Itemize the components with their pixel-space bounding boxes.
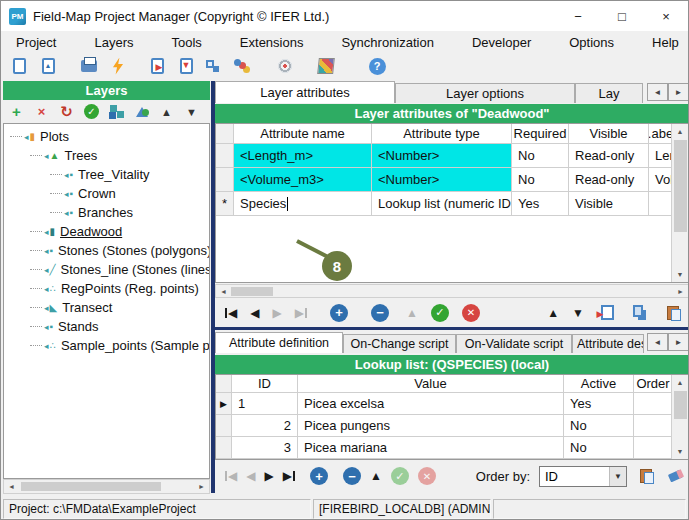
tab-on-validate-script[interactable]: On-Validate script xyxy=(456,334,572,353)
open-project-icon[interactable] xyxy=(38,56,58,76)
reload-layer-icon[interactable]: ↻ xyxy=(57,102,76,121)
print-icon[interactable] xyxy=(79,56,99,76)
first-record-button[interactable] xyxy=(225,306,237,320)
lookup-row-1[interactable]: ▶ 1 Picea excelsa Yes xyxy=(216,393,672,415)
tab-layer-attributes[interactable]: Layer attributes xyxy=(215,81,395,103)
cell-value[interactable]: Picea excelsa xyxy=(298,393,564,414)
tree-item-trees[interactable]: ◂▲Trees xyxy=(4,146,209,165)
chevron-down-icon[interactable]: ▼ xyxy=(609,467,626,486)
tree-item-tree-vitality[interactable]: ◂▪Tree_Vitality xyxy=(4,165,209,184)
tree-item-plots[interactable]: ◂▮Plots xyxy=(4,127,209,146)
previous-record-button[interactable] xyxy=(250,306,259,320)
tree-item-stones[interactable]: ◂▪Stones (Stones (polygons)) xyxy=(4,241,209,260)
paste-attributes-icon[interactable] xyxy=(663,303,683,323)
scroll-left-icon[interactable]: ◄ xyxy=(216,285,231,297)
edit-record-button[interactable] xyxy=(406,306,418,320)
tab-scroll-left-icon[interactable]: ◄ xyxy=(647,83,668,101)
import-project-icon[interactable] xyxy=(176,56,196,76)
cell-type[interactable]: Lookup list (numeric ID) xyxy=(372,192,512,215)
cell-label[interactable] xyxy=(649,192,672,215)
tab-attribute-description[interactable]: Attribute descriptio xyxy=(572,334,644,353)
cell-required[interactable]: Yes xyxy=(512,192,569,215)
cell-id[interactable]: 2 xyxy=(232,415,298,436)
cell-visible[interactable]: Read-only xyxy=(569,144,649,167)
menu-layers[interactable]: Layers xyxy=(81,35,146,50)
cell-visible[interactable]: Read-only xyxy=(569,168,649,191)
cell-name[interactable]: <Volume_m3> xyxy=(234,168,372,191)
lookup-row-3[interactable]: 3 Picea mariana No xyxy=(216,437,672,459)
cell-value[interactable]: Picea mariana xyxy=(298,437,564,458)
move-layer-down-icon[interactable]: ▼ xyxy=(182,102,201,121)
export-project-icon[interactable] xyxy=(147,56,167,76)
scrollbar-thumb[interactable] xyxy=(231,287,273,296)
attribute-row-species[interactable]: * Species Lookup list (numeric ID) Yes V… xyxy=(216,192,672,216)
delete-record-button[interactable]: − xyxy=(343,467,361,485)
tree-item-crown[interactable]: ◂▪Crown xyxy=(4,184,209,203)
attribute-row-length[interactable]: <Length_m> <Number> No Read-only Len xyxy=(216,144,672,168)
move-layer-up-icon[interactable]: ▲ xyxy=(157,102,176,121)
clear-lookup-icon[interactable] xyxy=(665,466,685,486)
flash-icon[interactable] xyxy=(108,56,128,76)
tab-attribute-definition[interactable]: Attribute definition xyxy=(215,332,343,353)
scroll-right-icon[interactable]: ► xyxy=(673,285,688,297)
minimize-button[interactable]: − xyxy=(556,1,600,31)
attributes-vertical-scrollbar[interactable]: ▲ ▼ xyxy=(671,124,688,282)
tab-layer-options[interactable]: Layer options xyxy=(395,83,575,103)
attachments-icon[interactable] xyxy=(234,56,254,76)
edit-record-button[interactable] xyxy=(370,469,382,483)
cell-order[interactable] xyxy=(634,393,672,414)
menu-extensions[interactable]: Extensions xyxy=(227,35,317,50)
tab-scroll-right-icon[interactable]: ► xyxy=(668,333,689,351)
tree-item-regpoints[interactable]: ◂∴RegPoints (Reg. points) xyxy=(4,279,209,298)
last-record-button[interactable] xyxy=(283,469,295,483)
tree-item-deadwood[interactable]: ◂▮Deadwood xyxy=(4,222,209,241)
last-record-button[interactable] xyxy=(295,306,307,320)
row-selector[interactable] xyxy=(216,168,234,191)
cell-name[interactable]: <Length_m> xyxy=(234,144,372,167)
thematic-layer-icon[interactable] xyxy=(132,102,151,121)
cell-name-editing[interactable]: Species xyxy=(234,192,372,215)
cell-active[interactable]: No xyxy=(564,415,634,436)
current-row-marker[interactable]: ▶ xyxy=(216,393,232,414)
scroll-left-icon[interactable]: ◄ xyxy=(4,480,19,493)
tree-item-stands[interactable]: ◂▪Stands xyxy=(4,317,209,336)
cancel-edit-button[interactable]: ✕ xyxy=(418,467,436,485)
tree-item-sample-points[interactable]: ◂∴Sample_points (Sample po xyxy=(4,336,209,355)
first-record-button[interactable] xyxy=(225,469,237,483)
next-record-button[interactable] xyxy=(264,469,273,483)
menu-help[interactable]: Help xyxy=(639,35,689,50)
menu-synchronization[interactable]: Synchronization xyxy=(328,35,447,50)
lookup-row-2[interactable]: 2 Picea pungens No xyxy=(216,415,672,437)
menu-options[interactable]: Options xyxy=(556,35,627,50)
scroll-right-icon[interactable]: ► xyxy=(194,480,209,493)
tab-on-change-script[interactable]: On-Change script xyxy=(343,334,456,353)
move-row-up-icon[interactable] xyxy=(547,306,559,320)
cell-required[interactable]: No xyxy=(512,168,569,191)
attribute-row-volume[interactable]: <Volume_m3> <Number> No Read-only Volu xyxy=(216,168,672,192)
map-icon[interactable] xyxy=(316,56,336,76)
order-by-select[interactable]: ID ▼ xyxy=(539,466,627,487)
apply-icon[interactable]: ✓ xyxy=(82,102,101,121)
tree-item-branches[interactable]: ◂▪Branches xyxy=(4,203,209,222)
cell-visible[interactable]: Visible xyxy=(569,192,649,215)
tree-item-stones-line[interactable]: ◂╱Stones_line (Stones (lines)) xyxy=(4,260,209,279)
scroll-up-icon[interactable]: ▲ xyxy=(672,124,688,139)
scroll-down-icon[interactable]: ▼ xyxy=(672,267,688,282)
post-edit-button[interactable]: ✓ xyxy=(431,304,449,322)
copy-attributes-icon[interactable] xyxy=(630,303,650,323)
cell-id[interactable]: 1 xyxy=(232,393,298,414)
target-icon[interactable] xyxy=(275,56,295,76)
app-logo-icon[interactable]: PM xyxy=(9,8,26,25)
copy-structure-icon[interactable] xyxy=(205,56,225,76)
cell-active[interactable]: No xyxy=(564,437,634,458)
cell-id[interactable]: 3 xyxy=(232,437,298,458)
cell-type[interactable]: <Number> xyxy=(372,168,512,191)
import-attributes-icon[interactable] xyxy=(597,303,617,323)
move-row-down-icon[interactable] xyxy=(572,306,584,320)
row-selector[interactable] xyxy=(216,437,232,458)
cancel-edit-button[interactable]: ✕ xyxy=(462,304,480,322)
delete-record-button[interactable]: − xyxy=(371,304,389,322)
cell-type[interactable]: <Number> xyxy=(372,144,512,167)
cell-value[interactable]: Picea pungens xyxy=(298,415,564,436)
delete-layer-icon[interactable]: × xyxy=(32,102,51,121)
